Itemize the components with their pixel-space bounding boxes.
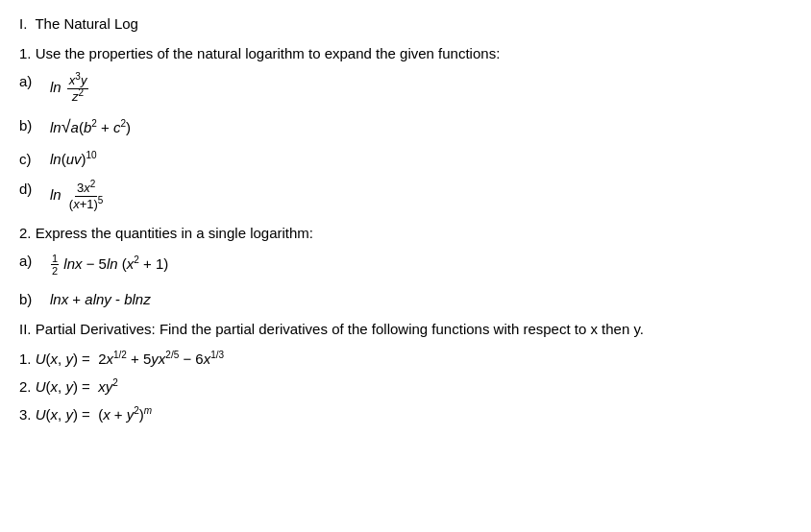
q2a-expr: 1 2 lnx − 5ln (x2 + 1) <box>50 253 168 277</box>
q1c-label: c) <box>19 151 46 167</box>
q1b-expr: ln√a(b2 + c2) <box>50 117 131 137</box>
section-partial-derivatives: II. Partial Derivatives: Find the partia… <box>19 321 792 423</box>
pd2: 2. U(x, y) = xy2 <box>19 378 792 395</box>
q1c: c) ln(uv)10 <box>19 151 792 167</box>
q1b: b) ln√a(b2 + c2) <box>19 117 792 137</box>
section-i-title: I. The Natural Log <box>19 15 792 32</box>
q1a-expr: ln x3y z2 <box>50 73 90 104</box>
q1a: a) ln x3y z2 <box>19 73 792 104</box>
q2b-expr: lnx + alny - blnz <box>50 291 151 307</box>
q1d-expr: ln 3x2 (x+1)5 <box>50 181 107 211</box>
q1b-label: b) <box>19 117 46 133</box>
question-2-label: 2. Express the quantities in a single lo… <box>19 225 792 241</box>
section-natural-log: I. The Natural Log 1. Use the properties… <box>19 15 792 307</box>
q2b: b) lnx + alny - blnz <box>19 291 792 307</box>
q2a: a) 1 2 lnx − 5ln (x2 + 1) <box>19 253 792 277</box>
pd3: 3. U(x, y) = (x + y2)m <box>19 406 792 423</box>
q2b-label: b) <box>19 291 46 307</box>
q1d-label: d) <box>19 181 46 197</box>
question-1-label: 1. Use the properties of the natural log… <box>19 45 792 61</box>
q1d: d) ln 3x2 (x+1)5 <box>19 181 792 211</box>
pd1: 1. U(x, y) = 2x1/2 + 5yx2/5 − 6x1/3 <box>19 351 792 367</box>
q2a-label: a) <box>19 253 46 269</box>
q1a-label: a) <box>19 73 46 89</box>
section-ii-title: II. Partial Derivatives: Find the partia… <box>19 321 792 337</box>
q1c-expr: ln(uv)10 <box>50 151 97 167</box>
